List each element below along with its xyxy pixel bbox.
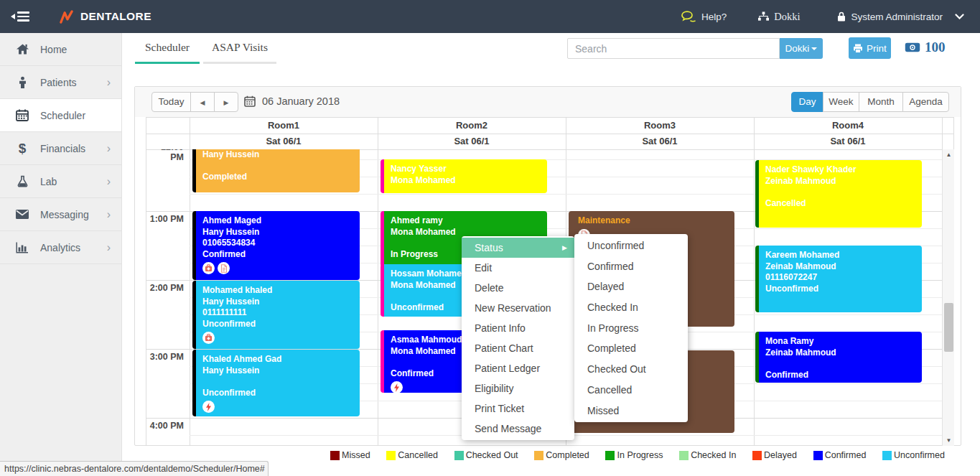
appointment-confirmed[interactable]: Mona Ramy Zeinab Mahmoud Confirmed bbox=[755, 332, 922, 383]
appointment-status: Cancelled bbox=[765, 198, 916, 210]
sitemap-icon bbox=[758, 11, 769, 22]
sidebar-item-label: Lab bbox=[40, 176, 57, 187]
submenu-item-in-progress[interactable]: In Progress bbox=[574, 318, 688, 339]
current-date: 06 January 2018 bbox=[244, 95, 340, 107]
appointment-status: Unconfirmed bbox=[202, 388, 354, 399]
chevron-right-icon: › bbox=[107, 76, 111, 89]
menu-item-send-message[interactable]: Send Message bbox=[462, 419, 574, 439]
brand-logo[interactable]: DENTALORE bbox=[58, 9, 151, 25]
view-agenda-button[interactable]: Agenda bbox=[902, 92, 949, 112]
menu-item-delete[interactable]: Delete bbox=[462, 278, 574, 298]
time-label: 2:00 PM bbox=[146, 283, 184, 293]
browser-status-bar: https://clinic.nebras-dentalore.com/dent… bbox=[0, 461, 269, 476]
menu-item-status[interactable]: Status ▶ bbox=[462, 238, 574, 258]
submenu-item-checked-out[interactable]: Checked Out bbox=[574, 359, 688, 380]
tab-asap-underline bbox=[203, 62, 276, 64]
appointment-status: Unconfirmed bbox=[202, 319, 354, 330]
lock-icon bbox=[837, 11, 846, 22]
search-input[interactable] bbox=[567, 38, 780, 59]
appointment-line bbox=[202, 160, 354, 172]
legend-item: In Progress bbox=[605, 450, 663, 460]
money-icon bbox=[905, 42, 920, 52]
menu-item-patient-info[interactable]: Patient Info bbox=[462, 318, 574, 338]
sidebar-toggle-button[interactable] bbox=[11, 11, 29, 22]
legend-swatch-missed bbox=[330, 451, 340, 460]
today-button[interactable]: Today bbox=[151, 92, 191, 112]
submenu-item-delayed[interactable]: Delayed bbox=[574, 276, 688, 297]
menu-item-print-ticket[interactable]: Print Ticket bbox=[462, 398, 574, 419]
appointment-provider: Hany Hussein bbox=[202, 297, 354, 308]
dokki-menu[interactable]: Dokki bbox=[758, 11, 800, 23]
status-submenu: Unconfirmed Confirmed Delayed Checked In… bbox=[574, 234, 688, 422]
prev-day-button[interactable]: ◀ bbox=[190, 92, 215, 112]
scroll-up-icon[interactable]: ▲ bbox=[943, 151, 954, 158]
day-header: Sat 06/1 bbox=[378, 134, 566, 149]
next-day-button[interactable]: ▶ bbox=[214, 92, 238, 112]
appointment-unconfirmed[interactable]: Mohamed khaled Hany Hussein 0111111111 U… bbox=[192, 281, 360, 349]
menu-item-edit[interactable]: Edit bbox=[462, 258, 574, 278]
credits-counter[interactable]: 100 bbox=[905, 39, 946, 55]
sidebar-item-patients[interactable]: Patients › bbox=[0, 66, 121, 99]
sidebar-item-label: Patients bbox=[40, 77, 77, 88]
status-legend: Missed Cancelled Checked Out Completed I… bbox=[330, 450, 945, 460]
submenu-item-cancelled[interactable]: Cancelled bbox=[574, 380, 688, 401]
sidebar-item-analytics[interactable]: Analytics › bbox=[0, 231, 121, 264]
appointment-phone bbox=[202, 376, 354, 388]
arrow-left-icon: ◀ bbox=[200, 99, 205, 106]
envelope-icon bbox=[14, 210, 31, 219]
sidebar-item-lab[interactable]: Lab › bbox=[0, 165, 121, 198]
legend-swatch-completed bbox=[534, 451, 543, 460]
user-menu[interactable]: System Administrator bbox=[837, 11, 964, 22]
appointment-provider: Hany Hussein bbox=[202, 149, 354, 160]
sidebar-item-scheduler[interactable]: Scheduler bbox=[0, 99, 121, 132]
menu-item-patient-chart[interactable]: Patient Chart bbox=[462, 338, 574, 358]
appointment-completed[interactable]: Hany Hussein Completed bbox=[192, 149, 360, 192]
room-header-3: Room3 bbox=[566, 117, 754, 134]
appointment-cancelled[interactable]: Nancy Yasser Mona Mohamed bbox=[381, 159, 547, 193]
logo-mark-icon bbox=[58, 9, 75, 25]
submenu-item-confirmed[interactable]: Confirmed bbox=[574, 256, 688, 277]
chevron-right-icon: › bbox=[107, 208, 111, 221]
day-header: Sat 06/1 bbox=[566, 134, 754, 149]
menu-item-eligibility[interactable]: Eligibility bbox=[462, 378, 574, 398]
tab-asap-visits[interactable]: ASAP Visits bbox=[203, 41, 276, 54]
patients-icon bbox=[14, 76, 31, 89]
tab-scheduler[interactable]: Scheduler bbox=[135, 41, 200, 54]
brand-name: DENTALORE bbox=[80, 10, 151, 23]
print-button[interactable]: Print bbox=[849, 37, 891, 59]
sidebar-item-home[interactable]: Home bbox=[0, 33, 121, 66]
help-label: Help? bbox=[701, 11, 727, 22]
room-header-1: Room1 bbox=[190, 117, 378, 134]
help-menu[interactable]: Help? bbox=[681, 11, 727, 23]
dokki-dropdown-button[interactable]: Dokki bbox=[780, 38, 823, 59]
maintenance-label: Maintenance bbox=[578, 215, 729, 227]
submenu-item-completed[interactable]: Completed bbox=[574, 338, 688, 359]
sidebar-item-messaging[interactable]: Messaging › bbox=[0, 198, 121, 231]
room-header-4: Room4 bbox=[754, 117, 942, 134]
appointment-provider: Hany Hussein bbox=[202, 365, 354, 377]
appointment-confirmed[interactable]: Ahmed Maged Hany Hussein 01065534834 Con… bbox=[192, 211, 360, 280]
submenu-item-unconfirmed[interactable]: Unconfirmed bbox=[574, 235, 688, 256]
menu-item-patient-ledger[interactable]: Patient Ledger bbox=[462, 358, 574, 378]
scrollbar-thumb[interactable] bbox=[944, 303, 953, 352]
menu-item-new-reservation[interactable]: New Reservation bbox=[462, 298, 574, 318]
appointment-unconfirmed[interactable]: Khaled Ahmed Gad Hany Hussein Unconfirme… bbox=[192, 350, 360, 416]
user-label: System Administrator bbox=[851, 11, 943, 22]
hamburger-icon bbox=[17, 11, 29, 22]
appointment-unconfirmed[interactable]: Kareem Mohamed Zeinab Mahmoud 0111607224… bbox=[755, 246, 922, 312]
bar-chart-icon bbox=[14, 242, 31, 253]
lightning-icon bbox=[202, 401, 215, 413]
scroll-down-icon[interactable]: ▼ bbox=[943, 437, 954, 444]
view-week-button[interactable]: Week bbox=[823, 92, 859, 112]
view-day-button[interactable]: Day bbox=[791, 92, 823, 112]
submenu-item-checked-in[interactable]: Checked In bbox=[574, 297, 688, 318]
sidebar-item-financials[interactable]: $ Financials › bbox=[0, 132, 121, 165]
submenu-item-missed[interactable]: Missed bbox=[574, 401, 688, 421]
appointment-phone: 01116072247 bbox=[765, 272, 916, 284]
appointment-patient: Mona Ramy bbox=[765, 336, 916, 347]
legend-item: Unconfirmed bbox=[882, 450, 945, 460]
time-label: 4:00 PM bbox=[146, 421, 184, 431]
vertical-scrollbar[interactable]: ▲ ▼ bbox=[942, 149, 954, 446]
appointment-cancelled[interactable]: Nader Shawky Khader Zeinab Mahmoud Cance… bbox=[755, 160, 922, 228]
view-month-button[interactable]: Month bbox=[859, 92, 903, 112]
